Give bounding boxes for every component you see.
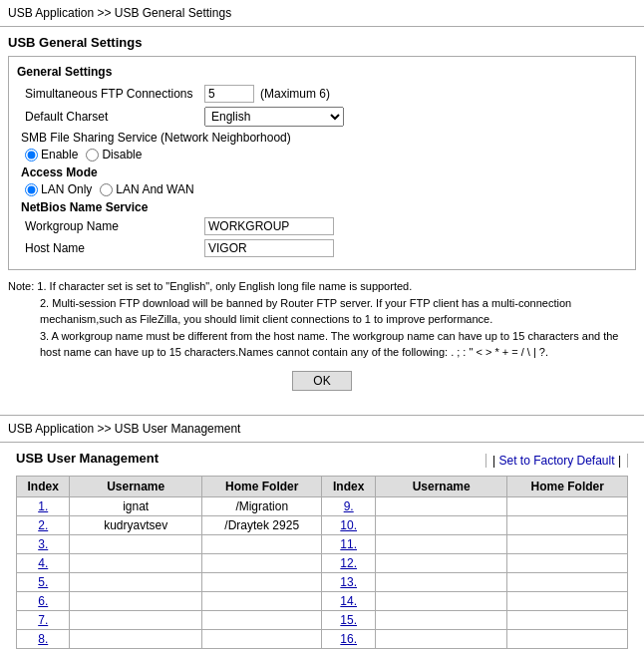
charset-select[interactable]: English UTF-8 Big5 GB2312 xyxy=(204,107,344,127)
netbios-title: NetBios Name Service xyxy=(21,200,148,214)
user-mgmt-title: USB User Management xyxy=(16,451,159,466)
workgroup-row: Workgroup Name xyxy=(17,217,627,235)
smb-disable-radio[interactable] xyxy=(86,149,99,162)
left-index-1[interactable]: 2. xyxy=(17,515,70,534)
general-settings-section: USB General Settings General Settings Si… xyxy=(0,35,644,411)
smb-enable-text: Enable xyxy=(41,148,78,162)
charset-value: English UTF-8 Big5 GB2312 xyxy=(204,107,344,127)
col-username-left: Username xyxy=(70,476,202,496)
left-folder-6 xyxy=(201,610,322,629)
right-index-0[interactable]: 9. xyxy=(322,496,375,515)
hostname-input[interactable] xyxy=(204,239,334,257)
left-folder-5 xyxy=(201,591,322,610)
charset-label: Default Charset xyxy=(25,110,204,124)
right-index-3[interactable]: 12. xyxy=(322,553,375,572)
left-index-6[interactable]: 7. xyxy=(17,610,70,629)
right-username-7 xyxy=(375,629,507,648)
smb-enable-row: Enable Disable xyxy=(17,148,627,162)
note-2: 2. Multi-session FTP download will be ba… xyxy=(8,295,636,328)
right-index-link-2[interactable]: 11. xyxy=(340,537,357,551)
table-row: 5.13. xyxy=(17,572,628,591)
left-index-link-0[interactable]: 1. xyxy=(38,499,48,513)
smb-title: SMB File Sharing Service (Network Neighb… xyxy=(21,131,291,145)
col-index-right: Index xyxy=(322,476,375,496)
ok-row: OK xyxy=(8,371,636,391)
left-index-link-3[interactable]: 4. xyxy=(38,556,48,570)
col-username-right: Username xyxy=(375,476,507,496)
left-username-2 xyxy=(70,534,202,553)
ftp-connections-row: Simultaneous FTP Connections (Maximum 6) xyxy=(17,85,627,103)
right-username-5 xyxy=(375,591,507,610)
netbios-title-row: NetBios Name Service xyxy=(17,200,627,214)
left-index-link-2[interactable]: 3. xyxy=(38,537,48,551)
table-row: 6.14. xyxy=(17,591,628,610)
hostname-row: Host Name xyxy=(17,239,627,257)
right-username-0 xyxy=(375,496,507,515)
right-index-4[interactable]: 13. xyxy=(322,572,375,591)
user-management-section: USB User Management | Set to Factory Def… xyxy=(0,451,644,652)
left-folder-2 xyxy=(201,534,322,553)
col-folder-right: Home Folder xyxy=(507,476,628,496)
breadcrumb-1: USB Application >> USB General Settings xyxy=(0,0,644,27)
right-username-2 xyxy=(375,534,507,553)
smb-disable-label[interactable]: Disable xyxy=(86,148,142,162)
left-index-3[interactable]: 4. xyxy=(17,553,70,572)
right-username-3 xyxy=(375,553,507,572)
ftp-max-note: (Maximum 6) xyxy=(260,87,330,101)
left-username-0: ignat xyxy=(70,496,202,515)
lan-only-text: LAN Only xyxy=(41,182,92,196)
left-index-link-7[interactable]: 8. xyxy=(38,632,48,646)
access-mode-row: LAN Only LAN And WAN xyxy=(17,182,627,196)
left-index-7[interactable]: 8. xyxy=(17,629,70,648)
hostname-label: Host Name xyxy=(25,241,204,255)
smb-enable-label[interactable]: Enable xyxy=(25,148,78,162)
table-header-row: Index Username Home Folder Index Usernam… xyxy=(17,476,628,496)
factory-default-anchor[interactable]: Set to Factory Default xyxy=(498,454,614,468)
notes-box: Note: 1. If character set is set to "Eng… xyxy=(8,278,636,361)
right-index-link-5[interactable]: 14. xyxy=(340,594,357,608)
note-3: 3. A workgroup name must be different fr… xyxy=(8,328,636,361)
left-index-link-5[interactable]: 6. xyxy=(38,594,48,608)
col-index-left: Index xyxy=(17,476,70,496)
lan-only-label[interactable]: LAN Only xyxy=(25,182,92,196)
right-index-6[interactable]: 15. xyxy=(322,610,375,629)
right-index-link-1[interactable]: 10. xyxy=(340,518,357,532)
left-index-4[interactable]: 5. xyxy=(17,572,70,591)
ftp-connections-input[interactable] xyxy=(204,85,254,103)
right-index-1[interactable]: 10. xyxy=(322,515,375,534)
ok-button[interactable]: OK xyxy=(292,371,351,391)
right-index-5[interactable]: 14. xyxy=(322,591,375,610)
left-username-6 xyxy=(70,610,202,629)
right-index-2[interactable]: 11. xyxy=(322,534,375,553)
workgroup-value xyxy=(204,217,334,235)
right-folder-1 xyxy=(507,515,628,534)
left-username-7 xyxy=(70,629,202,648)
left-index-5[interactable]: 6. xyxy=(17,591,70,610)
workgroup-input[interactable] xyxy=(204,217,334,235)
right-index-link-0[interactable]: 9. xyxy=(344,499,354,513)
lan-only-radio[interactable] xyxy=(25,183,38,196)
left-index-link-6[interactable]: 7. xyxy=(38,613,48,627)
left-index-link-4[interactable]: 5. xyxy=(38,575,48,589)
lan-wan-radio[interactable] xyxy=(100,183,113,196)
factory-default-link[interactable]: | Set to Factory Default | xyxy=(485,454,628,468)
lan-wan-text: LAN And WAN xyxy=(116,182,193,196)
right-folder-7 xyxy=(507,629,628,648)
right-index-7[interactable]: 16. xyxy=(322,629,375,648)
smb-title-row: SMB File Sharing Service (Network Neighb… xyxy=(17,131,627,145)
right-folder-5 xyxy=(507,591,628,610)
lan-wan-label[interactable]: LAN And WAN xyxy=(100,182,193,196)
left-username-4 xyxy=(70,572,202,591)
general-settings-title: USB General Settings xyxy=(8,35,636,50)
note-1: 1. If character set is set to "English",… xyxy=(37,280,412,292)
right-index-link-7[interactable]: 16. xyxy=(340,632,357,646)
left-index-2[interactable]: 3. xyxy=(17,534,70,553)
right-index-link-4[interactable]: 13. xyxy=(340,575,357,589)
left-index-0[interactable]: 1. xyxy=(17,496,70,515)
right-username-4 xyxy=(375,572,507,591)
left-index-link-1[interactable]: 2. xyxy=(38,518,48,532)
smb-enable-radio[interactable] xyxy=(25,149,38,162)
right-index-link-6[interactable]: 15. xyxy=(340,613,357,627)
right-folder-2 xyxy=(507,534,628,553)
right-index-link-3[interactable]: 12. xyxy=(340,556,357,570)
